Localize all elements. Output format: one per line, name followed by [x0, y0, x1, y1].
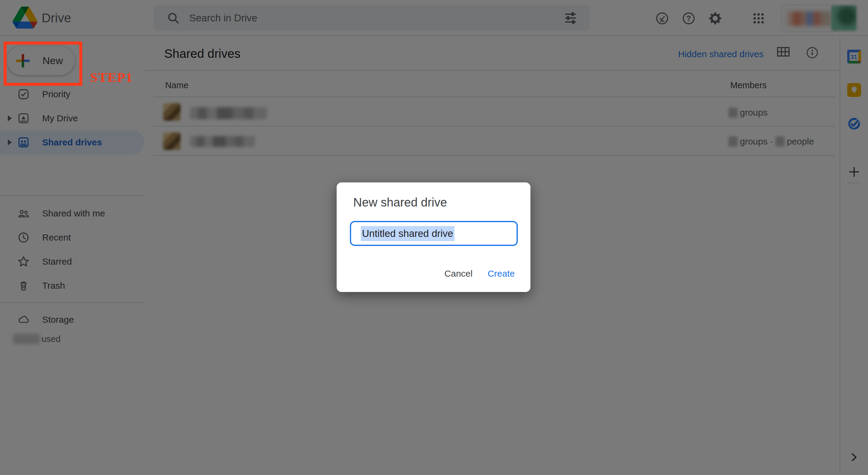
step1-highlight-rect: [4, 41, 82, 86]
create-button[interactable]: Create: [488, 269, 515, 279]
dialog-title: New shared drive: [353, 196, 447, 209]
cancel-button[interactable]: Cancel: [444, 269, 472, 279]
google-drive-app: Drive Search in Drive: [0, 0, 868, 475]
dialog-actions: Cancel Create: [444, 269, 515, 279]
drive-name-input[interactable]: Untitled shared drive: [350, 221, 518, 246]
new-shared-drive-dialog: New shared drive Untitled shared drive C…: [337, 182, 530, 292]
drive-name-input-value: Untitled shared drive: [361, 226, 455, 241]
step1-label: STEP1: [90, 70, 133, 85]
